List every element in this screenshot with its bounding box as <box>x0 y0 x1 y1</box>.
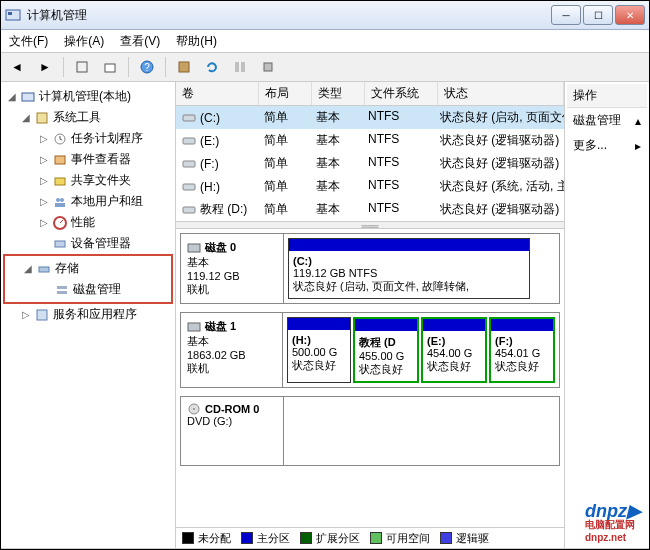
tree-local-users[interactable]: ▷本地用户和组 <box>3 191 173 212</box>
drive-icon <box>182 135 196 147</box>
col-layout: 布局 <box>259 82 312 105</box>
svg-rect-3 <box>105 64 115 72</box>
menu-action[interactable]: 操作(A) <box>64 33 104 50</box>
tree-shared-folders[interactable]: ▷共享文件夹 <box>3 170 173 191</box>
menu-file[interactable]: 文件(F) <box>9 33 48 50</box>
svg-rect-27 <box>183 184 195 190</box>
splitter[interactable]: ═══ <box>176 221 564 229</box>
forward-button[interactable]: ► <box>33 55 57 79</box>
watermark-logo: dnpz▶电脑配置网dnpz.net <box>585 500 641 543</box>
volume-row[interactable]: (F:)简单基本NTFS状态良好 (逻辑驱动器) <box>176 152 564 175</box>
tree-disk-management[interactable]: 磁盘管理 <box>5 279 171 300</box>
svg-rect-17 <box>55 203 65 207</box>
svg-point-16 <box>60 198 64 202</box>
tree-event-viewer[interactable]: ▷事件查看器 <box>3 149 173 170</box>
properties-button[interactable] <box>98 55 122 79</box>
tree-root[interactable]: ◢计算机管理(本地) <box>3 86 173 107</box>
svg-rect-19 <box>55 241 65 247</box>
legend: 未分配 主分区 扩展分区 可用空间 逻辑驱 <box>176 527 564 548</box>
tool-button-3[interactable] <box>256 55 280 79</box>
maximize-button[interactable]: ☐ <box>583 5 613 25</box>
up-button[interactable] <box>70 55 94 79</box>
titlebar: 计算机管理 ─ ☐ ✕ <box>1 1 649 30</box>
svg-rect-2 <box>77 62 87 72</box>
svg-rect-7 <box>235 62 239 72</box>
drive-icon <box>182 158 196 170</box>
svg-rect-10 <box>22 93 34 101</box>
svg-rect-24 <box>183 115 195 121</box>
svg-rect-22 <box>57 291 67 294</box>
help-button[interactable]: ? <box>135 55 159 79</box>
back-button[interactable]: ◄ <box>5 55 29 79</box>
svg-rect-21 <box>57 286 67 289</box>
disk-icon <box>187 321 201 333</box>
tree-performance[interactable]: ▷性能 <box>3 212 173 233</box>
disk-pane[interactable]: 磁盘 0基本119.12 GB联机(C:)119.12 GB NTFS状态良好 … <box>176 229 564 527</box>
tool-button-2[interactable] <box>228 55 252 79</box>
close-button[interactable]: ✕ <box>615 5 645 25</box>
svg-text:?: ? <box>144 62 150 73</box>
volume-list[interactable]: (C:)简单基本NTFS状态良好 (启动, 页面文件, 故障转储(E:)简单基本… <box>176 106 564 221</box>
menu-help[interactable]: 帮助(H) <box>176 33 217 50</box>
svg-rect-20 <box>39 267 49 272</box>
actions-title: 操作 <box>567 84 647 108</box>
disk-row[interactable]: CD-ROM 0DVD (G:) <box>180 396 560 466</box>
svg-rect-25 <box>183 138 195 144</box>
menu-view[interactable]: 查看(V) <box>120 33 160 50</box>
svg-rect-11 <box>37 113 47 123</box>
svg-rect-29 <box>188 244 200 252</box>
svg-rect-6 <box>179 62 189 72</box>
svg-point-32 <box>193 408 195 410</box>
refresh-button[interactable] <box>200 55 224 79</box>
volume-row[interactable]: (C:)简单基本NTFS状态良好 (启动, 页面文件, 故障转储 <box>176 106 564 129</box>
svg-rect-30 <box>188 323 200 331</box>
minimize-button[interactable]: ─ <box>551 5 581 25</box>
app-icon <box>5 7 21 23</box>
tool-button-1[interactable] <box>172 55 196 79</box>
drive-icon <box>182 204 196 216</box>
partition[interactable]: 教程 (D455.00 G状态良好 <box>353 317 419 383</box>
svg-rect-13 <box>55 156 65 164</box>
partition[interactable]: (H:)500.00 G状态良好 <box>287 317 351 383</box>
partition[interactable]: (C:)119.12 GB NTFS状态良好 (启动, 页面文件, 故障转储, <box>288 238 530 299</box>
svg-point-15 <box>56 198 60 202</box>
actions-more[interactable]: 更多...▸ <box>567 133 647 158</box>
disk-row[interactable]: 磁盘 0基本119.12 GB联机(C:)119.12 GB NTFS状态良好 … <box>180 233 560 304</box>
drive-icon <box>182 181 196 193</box>
window-title: 计算机管理 <box>27 7 551 24</box>
svg-rect-26 <box>183 161 195 167</box>
svg-rect-28 <box>183 207 195 213</box>
drive-icon <box>182 112 196 124</box>
tree-storage[interactable]: ◢存储 <box>5 258 171 279</box>
volume-row[interactable]: (E:)简单基本NTFS状态良好 (逻辑驱动器) <box>176 129 564 152</box>
nav-tree[interactable]: ◢计算机管理(本地) ◢系统工具 ▷任务计划程序 ▷事件查看器 ▷共享文件夹 ▷… <box>1 82 176 548</box>
col-volume: 卷 <box>176 82 259 105</box>
partition[interactable]: (E:)454.00 G状态良好 <box>421 317 487 383</box>
svg-rect-8 <box>241 62 245 72</box>
svg-rect-14 <box>55 178 65 185</box>
col-type: 类型 <box>312 82 365 105</box>
tree-task-scheduler[interactable]: ▷任务计划程序 <box>3 128 173 149</box>
center-pane: 卷 布局 类型 文件系统 状态 (C:)简单基本NTFS状态良好 (启动, 页面… <box>176 82 565 548</box>
volume-header[interactable]: 卷 布局 类型 文件系统 状态 <box>176 82 564 106</box>
partition[interactable]: (F:)454.01 G状态良好 <box>489 317 555 383</box>
tree-system-tools[interactable]: ◢系统工具 <box>3 107 173 128</box>
actions-disk-mgmt[interactable]: 磁盘管理▴ <box>567 108 647 133</box>
cdrom-icon <box>187 403 201 415</box>
disk-icon <box>187 242 201 254</box>
toolbar: ◄ ► ? <box>1 53 649 82</box>
svg-rect-1 <box>8 12 12 15</box>
volume-row[interactable]: 教程 (D:)简单基本NTFS状态良好 (逻辑驱动器) <box>176 198 564 221</box>
col-status: 状态 <box>438 82 564 105</box>
disk-row[interactable]: 磁盘 1基本1863.02 GB联机(H:)500.00 G状态良好教程 (D4… <box>180 312 560 388</box>
actions-pane: 操作 磁盘管理▴ 更多...▸ <box>565 82 649 548</box>
tree-services[interactable]: ▷服务和应用程序 <box>3 304 173 325</box>
menubar: 文件(F) 操作(A) 查看(V) 帮助(H) <box>1 30 649 53</box>
volume-row[interactable]: (H:)简单基本NTFS状态良好 (系统, 活动, 主分区) <box>176 175 564 198</box>
col-fs: 文件系统 <box>365 82 438 105</box>
svg-rect-23 <box>37 310 47 320</box>
tree-device-manager[interactable]: 设备管理器 <box>3 233 173 254</box>
svg-rect-9 <box>264 63 272 71</box>
